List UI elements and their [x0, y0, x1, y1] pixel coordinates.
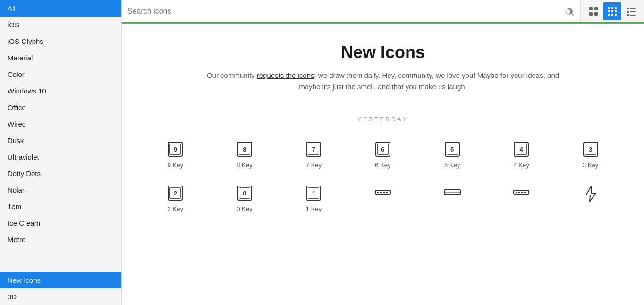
icon-item[interactable]: 33 Key: [556, 132, 625, 176]
icon-label: 0 Key: [237, 205, 252, 212]
search-icon: [565, 7, 575, 17]
icon-item[interactable]: [417, 176, 487, 220]
sidebar-item-nolan[interactable]: Nolan: [0, 182, 121, 198]
svg-rect-4: [608, 7, 610, 9]
icon-item[interactable]: 66 Key: [348, 132, 418, 176]
icon-label: 9 Key: [168, 161, 183, 169]
icon-label: 5 Key: [444, 161, 460, 169]
icon-item[interactable]: 99 Key: [141, 132, 210, 176]
icon-item[interactable]: 44 Key: [487, 132, 556, 176]
sidebar-item-new-icons[interactable]: New Icons: [0, 272, 121, 288]
svg-rect-22: [383, 192, 385, 193]
svg-rect-21: [380, 192, 382, 193]
svg-rect-2: [589, 12, 593, 16]
sidebar-item-wired[interactable]: Wired: [0, 116, 121, 132]
icons-grid-row1: 99 Key88 Key77 Key66 Key55 Key44 Key33 K…: [141, 132, 625, 176]
svg-rect-20: [377, 192, 379, 193]
icon-item[interactable]: 00 Key: [210, 176, 280, 220]
icon-item[interactable]: 77 Key: [279, 132, 348, 176]
svg-rect-27: [516, 192, 517, 193]
icon-item[interactable]: [348, 176, 418, 220]
svg-rect-23: [386, 192, 388, 193]
svg-rect-30: [524, 192, 526, 193]
icon-item[interactable]: 55 Key: [417, 132, 487, 176]
icons-grid-row2: 22 Key00 Key11 Key: [141, 176, 625, 220]
view-section: [580, 0, 644, 22]
sidebar-item-all[interactable]: All: [0, 0, 121, 17]
svg-rect-8: [611, 10, 613, 12]
connector-icon: [444, 186, 461, 200]
icon-label: 1 Key: [306, 205, 322, 212]
connector-icon: [513, 186, 530, 200]
grid-medium-icon: [589, 7, 598, 16]
description-link[interactable]: requests the icons: [257, 71, 314, 79]
sidebar-item-ios-glyphs[interactable]: iOS Glyphs: [0, 33, 121, 50]
svg-rect-13: [627, 8, 629, 9]
icon-item[interactable]: 88 Key: [210, 132, 280, 176]
icon-label: 8 Key: [237, 161, 252, 169]
svg-rect-14: [630, 8, 636, 9]
sidebar-item-color[interactable]: Color: [0, 66, 121, 83]
svg-rect-3: [594, 12, 598, 16]
sidebar-item-metro[interactable]: Metro: [0, 231, 121, 248]
icon-label: 3 Key: [583, 161, 598, 169]
svg-rect-28: [518, 192, 520, 193]
list-view-button[interactable]: [622, 2, 640, 20]
svg-rect-7: [608, 10, 610, 12]
description-text-1: Our community: [207, 71, 257, 79]
sidebar-item-1em[interactable]: 1em: [0, 198, 121, 215]
search-section: [122, 0, 559, 22]
icon-item[interactable]: [556, 176, 625, 220]
svg-rect-9: [615, 10, 617, 12]
description-text-2: ; we draw them daily. Hey, community, we…: [299, 71, 559, 91]
icon-item[interactable]: [487, 176, 556, 220]
icon-item[interactable]: 22 Key: [141, 176, 210, 220]
svg-rect-29: [521, 192, 523, 193]
svg-rect-17: [627, 14, 629, 16]
sidebar-item-3d[interactable]: 3D: [0, 288, 121, 305]
search-input[interactable]: [127, 7, 554, 16]
page-description: Our community requests the icons; we dra…: [203, 70, 562, 93]
icon-label: 7 Key: [306, 161, 322, 169]
grid-medium-button[interactable]: [585, 2, 602, 20]
sidebar-item-dotty-dots[interactable]: Dotty Dots: [0, 165, 121, 182]
sidebar-item-office[interactable]: Office: [0, 99, 121, 116]
svg-rect-1: [594, 7, 598, 10]
content-area: New Icons Our community requests the ico…: [122, 24, 644, 305]
svg-rect-15: [627, 11, 629, 13]
connector-icon: [374, 186, 391, 200]
sidebar-item-ice-cream[interactable]: Ice Cream: [0, 215, 121, 231]
sidebar-item-material[interactable]: Material: [0, 50, 121, 66]
grid-small-icon: [608, 7, 617, 16]
icon-label: 6 Key: [375, 161, 390, 169]
svg-rect-10: [608, 14, 610, 16]
list-view-icon: [627, 7, 636, 16]
svg-rect-12: [615, 14, 617, 16]
svg-rect-0: [589, 7, 593, 10]
svg-rect-6: [615, 7, 617, 9]
main-panel: New Icons Our community requests the ico…: [122, 0, 644, 305]
page-title-section: New Icons Our community requests the ico…: [141, 24, 625, 102]
topbar: [122, 0, 644, 24]
section-label-yesterday: YESTERDAY: [141, 116, 625, 123]
sidebar-item-ios[interactable]: iOS: [0, 17, 121, 33]
icon-label: 4 Key: [514, 161, 529, 169]
page-title: New Icons: [150, 42, 616, 62]
connector-icon: [585, 186, 596, 206]
svg-rect-11: [611, 14, 613, 16]
icon-item[interactable]: 11 Key: [279, 176, 348, 220]
svg-rect-18: [630, 15, 636, 16]
sidebar-item-windows-10[interactable]: Windows 10: [0, 83, 121, 99]
sidebar: AlliOSiOS GlyphsMaterialColorWindows 10O…: [0, 0, 122, 305]
sidebar-item-ultraviolet[interactable]: Ultraviolet: [0, 149, 121, 165]
svg-rect-5: [611, 7, 613, 9]
sidebar-item-dusk[interactable]: Dusk: [0, 132, 121, 149]
svg-rect-16: [630, 11, 636, 12]
search-button[interactable]: [559, 0, 580, 24]
icon-label: 2 Key: [168, 205, 183, 212]
grid-small-button[interactable]: [603, 2, 621, 20]
